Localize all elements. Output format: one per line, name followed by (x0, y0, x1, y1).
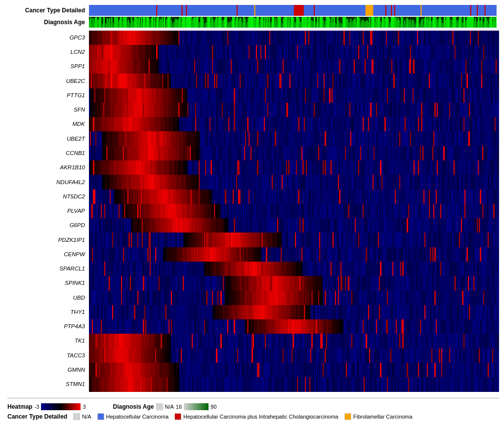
gene-label-gmnn: GMNN (2, 367, 85, 373)
cancer-fibro-color (344, 413, 351, 420)
age-legend-title: Diagnosis Age (113, 403, 154, 410)
gene-label-nt5dc2: NT5DC2 (2, 194, 85, 200)
age-min: 16 (176, 404, 182, 410)
cancer-hcc-item: Hepatocellular Carcinoma (97, 413, 169, 420)
cancer-type-track (89, 5, 497, 16)
gene-label-ccnb1: CCNB1 (2, 151, 85, 156)
cancer-type-label: Cancer Type Detailed (2, 7, 89, 14)
gene-label-lcn2: LCN2 (2, 49, 85, 55)
gene-label-tacc3: TACC3 (2, 353, 85, 359)
gene-label-sparcl1: SPARCL1 (2, 266, 85, 272)
cancer-hcc-plus-label: Hepatocellular Carcinoma plus Intrahepat… (183, 414, 338, 420)
gene-label-tk1: TK1 (2, 338, 85, 344)
cancer-hcc-plus-item: Hepatocellular Carcinoma plus Intrahepat… (174, 413, 338, 420)
gene-label-ube2c: UBE2C (2, 78, 85, 84)
legend-area: Heatmap -3 3 Diagnosis Age N/A 16 90 Can… (2, 396, 499, 420)
gene-label-spp1: SPP1 (2, 64, 85, 70)
age-na-item: N/A (156, 403, 174, 410)
age-legend: Diagnosis Age N/A 16 90 (113, 403, 217, 410)
diagnosis-age-canvas (89, 17, 497, 28)
cancer-fibro-label: Fibrolamellar Carcinoma (353, 414, 413, 420)
gene-label-stmn1: STMN1 (2, 382, 85, 387)
gene-label-ubd: UBD (2, 295, 85, 301)
diagnosis-age-track (89, 17, 497, 28)
age-max: 90 (210, 404, 216, 410)
gene-label-thy1: THY1 (2, 309, 85, 315)
gene-label-ptp4a3: PTP4A3 (2, 324, 85, 330)
heatmap-wrapper: GPC3LCN2SPP1UBE2CPTTG1SFNMDKUBE2TCCNB1AK… (2, 31, 499, 392)
cancer-hcc-plus-color (174, 413, 181, 420)
gene-label-mdk: MDK (2, 121, 85, 127)
cancer-fibro-item: Fibrolamellar Carcinoma (344, 413, 413, 420)
gene-labels: GPC3LCN2SPP1UBE2CPTTG1SFNMDKUBE2TCCNB1AK… (2, 31, 89, 392)
annotation-tracks: Cancer Type Detailed Diagnosis Age (89, 5, 497, 29)
divider (7, 398, 499, 398)
diagnosis-age-row: Diagnosis Age (89, 17, 497, 28)
gene-label-g6pd: G6PD (2, 223, 85, 229)
gene-label-pttg1: PTTG1 (2, 93, 85, 99)
cancer-na-item: N/A (73, 413, 91, 420)
cancer-hcc-label: Hepatocellular Carcinoma (106, 414, 169, 420)
age-na-label: N/A (165, 404, 174, 410)
heatmap-min: -3 (35, 404, 40, 410)
cancer-na-label: N/A (82, 414, 91, 420)
age-na-color (156, 403, 163, 410)
cancer-legend-title: Cancer Type Detailed (7, 413, 67, 420)
main-container: Cancer Type Detailed Diagnosis Age GPC3L… (0, 0, 504, 425)
gene-label-cenpw: CENPW (2, 252, 85, 258)
gene-label-pdzk1ip1: PDZK1IP1 (2, 237, 85, 243)
heatmap-legend-title: Heatmap (7, 403, 33, 410)
diagnosis-age-label: Diagnosis Age (2, 19, 89, 26)
gene-label-gpc3: GPC3 (2, 35, 85, 41)
cancer-hcc-color (97, 413, 104, 420)
gene-label-ndufa4l2: NDUFA4L2 (2, 180, 85, 186)
cancer-type-canvas (89, 5, 497, 16)
heatmap-max: 3 (83, 404, 85, 410)
cancer-legend-row: Cancer Type Detailed N/A Hepatocellular … (7, 413, 499, 420)
heatmap-canvas-wrapper (89, 31, 499, 392)
gene-label-ube2t: UBE2T (2, 136, 85, 142)
gene-label-sfn: SFN (2, 107, 85, 113)
gene-label-spink1: SPINK1 (2, 280, 85, 286)
cancer-na-color (73, 413, 80, 420)
gene-label-plvap: PLVAP (2, 208, 85, 214)
gene-label-akr1b10: AKR1B10 (2, 165, 85, 171)
heatmap-canvas (89, 31, 499, 392)
legend-row-1: Heatmap -3 3 Diagnosis Age N/A 16 90 (7, 403, 499, 410)
age-legend-gradient (184, 403, 209, 410)
cancer-type-row: Cancer Type Detailed (89, 5, 497, 16)
heatmap-legend-gradient (41, 403, 81, 410)
heatmap-legend: Heatmap -3 3 (7, 403, 86, 410)
